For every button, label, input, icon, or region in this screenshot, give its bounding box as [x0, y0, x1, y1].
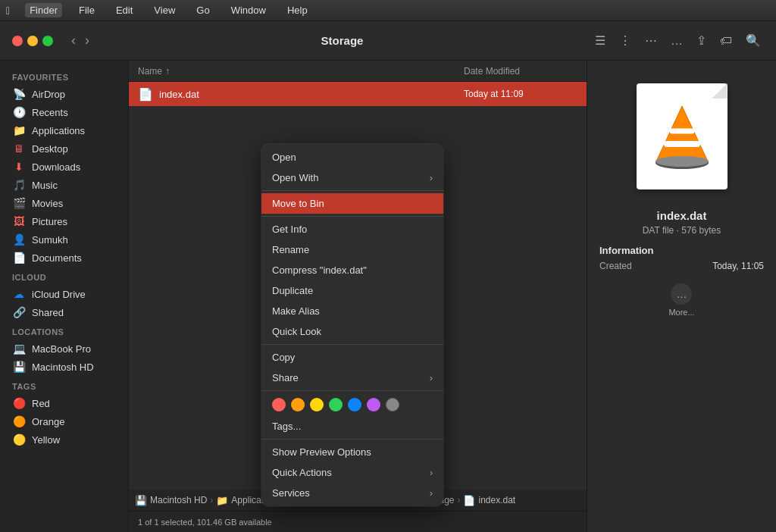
bc-index-dat[interactable]: 📄 index.dat — [463, 495, 515, 506]
share-icon[interactable]: ⇪ — [693, 30, 709, 51]
ctx-tag-orange[interactable] — [291, 398, 305, 412]
sidebar-item-downloads[interactable]: ⬇ Downloads — [3, 158, 125, 176]
ctx-duplicate[interactable]: Duplicate — [261, 280, 443, 301]
traffic-lights — [12, 36, 53, 46]
col-name-label: Name — [138, 66, 162, 77]
svg-point-5 — [656, 156, 709, 167]
tags-label: Tags — [0, 376, 128, 394]
favourites-label: Favourites — [0, 67, 128, 85]
window-title: Storage — [102, 34, 583, 47]
search-icon[interactable]: 🔍 — [743, 30, 764, 51]
ctx-copy[interactable]: Copy — [261, 347, 443, 368]
sidebar-item-macbook-pro[interactable]: 💻 MacBook Pro — [3, 340, 125, 358]
ctx-tag-blue[interactable] — [348, 398, 361, 412]
ctx-tag-yellow[interactable] — [310, 398, 324, 412]
col-date-header[interactable]: Date Modified — [464, 66, 577, 77]
menu-view[interactable]: View — [149, 3, 180, 17]
close-button[interactable] — [12, 36, 23, 46]
column-view-icon[interactable]: ⋮ — [616, 30, 634, 51]
file-date: Today at 11:09 — [464, 89, 577, 99]
minimize-button[interactable] — [27, 36, 38, 46]
fullscreen-button[interactable] — [42, 36, 53, 46]
applications-icon: 📁 — [12, 124, 26, 136]
locations-label: Locations — [0, 321, 128, 340]
ctx-get-info[interactable]: Get Info — [261, 219, 443, 239]
menu-window[interactable]: Window — [227, 3, 271, 17]
bc-applications-icon: 📁 — [216, 495, 228, 506]
menu-file[interactable]: File — [74, 3, 99, 17]
ctx-compress-label: Compress "index.dat" — [272, 264, 433, 276]
nav-buttons: ‹ › — [68, 31, 92, 50]
col-name-sort-icon: ↑ — [165, 66, 170, 77]
ctx-open[interactable]: Open — [261, 147, 443, 167]
ctx-show-preview-options[interactable]: Show Preview Options — [261, 442, 443, 462]
ctx-tag-none[interactable] — [386, 398, 399, 412]
preview-panel: index.dat DAT file · 576 bytes Informati… — [587, 61, 776, 532]
sidebar-item-documents[interactable]: 📄 Documents — [3, 249, 125, 267]
ctx-move-to-bin[interactable]: Move to Bin — [261, 193, 443, 214]
bc-macintosh-hd[interactable]: 💾 Macintosh HD — [135, 495, 207, 506]
preview-filetype: DAT file · 576 bytes — [643, 225, 721, 236]
table-row[interactable]: 📄 index.dat Today at 11:09 — [129, 82, 587, 106]
list-view-icon[interactable]: ☰ — [592, 30, 609, 51]
ctx-quick-look[interactable]: Quick Look — [261, 321, 443, 342]
ctx-share[interactable]: Share › — [261, 368, 443, 388]
main-content: Favourites 📡 AirDrop 🕐 Recents 📁 Applica… — [0, 61, 776, 532]
menu-edit[interactable]: Edit — [111, 3, 137, 17]
menu-bar:  Finder File Edit View Go Window Help — [0, 0, 776, 21]
sidebar-item-sumukh[interactable]: 👤 Sumukh — [3, 230, 125, 249]
ctx-tags[interactable]: Tags... — [261, 416, 443, 437]
more-options-icon[interactable]: … — [668, 31, 686, 51]
ctx-quick-actions[interactable]: Quick Actions › — [261, 462, 443, 483]
forward-button[interactable]: › — [82, 31, 92, 50]
menu-go[interactable]: Go — [192, 3, 214, 17]
sidebar-item-applications[interactable]: 📁 Applications — [3, 121, 125, 139]
menu-finder[interactable]: Finder — [25, 3, 62, 17]
bc-macintosh-hd-icon: 💾 — [135, 495, 147, 506]
ctx-tag-green[interactable] — [329, 398, 343, 412]
sidebar-item-desktop[interactable]: 🖥 Desktop — [3, 139, 125, 158]
ctx-open-with[interactable]: Open With › — [261, 167, 443, 188]
sidebar-applications-label: Applications — [32, 125, 85, 136]
apple-logo-icon[interactable]:  — [6, 5, 10, 17]
grid-view-icon[interactable]: ⋯ — [642, 30, 660, 51]
sidebar-item-tag-orange[interactable]: 🟠 Orange — [3, 412, 125, 430]
shared-icon: 🔗 — [12, 306, 26, 318]
col-name-header[interactable]: Name ↑ — [138, 66, 464, 77]
ctx-tag-red[interactable] — [272, 398, 286, 412]
sidebar-item-macintosh-hd[interactable]: 💾 Macintosh HD — [3, 358, 125, 376]
sidebar-item-icloud-drive[interactable]: ☁ iCloud Drive — [3, 285, 125, 303]
menu-help[interactable]: Help — [283, 3, 312, 17]
sidebar-item-movies[interactable]: 🎬 Movies — [3, 194, 125, 212]
ctx-compress[interactable]: Compress "index.dat" — [261, 260, 443, 280]
ctx-make-alias[interactable]: Make Alias — [261, 301, 443, 321]
tag-orange-icon: 🟠 — [12, 415, 26, 427]
status-bar: 1 of 1 selected, 101.46 GB available — [129, 511, 587, 532]
ctx-rename[interactable]: Rename — [261, 239, 443, 260]
menu-bar-left:  Finder File Edit View Go Window Help — [6, 3, 312, 17]
preview-more-button[interactable]: … More... — [668, 283, 694, 317]
ctx-quick-actions-arrow: › — [430, 468, 433, 478]
tag-icon[interactable]: 🏷 — [717, 31, 735, 51]
icloud-drive-icon: ☁ — [12, 288, 26, 300]
sidebar-item-pictures[interactable]: 🖼 Pictures — [3, 212, 125, 230]
bc-sep-1: › — [210, 495, 213, 505]
ctx-open-label: Open — [272, 152, 433, 163]
sidebar-pictures-label: Pictures — [32, 216, 67, 227]
ctx-services-arrow: › — [430, 488, 433, 499]
sidebar-item-shared[interactable]: 🔗 Shared — [3, 303, 125, 321]
sidebar-tag-red-label: Red — [32, 398, 50, 409]
ctx-quick-look-label: Quick Look — [272, 326, 433, 337]
back-button[interactable]: ‹ — [68, 31, 79, 50]
sidebar-item-tag-yellow[interactable]: 🟡 Yellow — [3, 430, 125, 449]
sidebar-item-music[interactable]: 🎵 Music — [3, 176, 125, 194]
tag-yellow-icon: 🟡 — [12, 433, 26, 446]
sidebar-item-airdrop[interactable]: 📡 AirDrop — [3, 85, 125, 103]
ctx-tag-purple[interactable] — [367, 398, 380, 412]
sidebar-movies-label: Movies — [32, 198, 63, 209]
sidebar-item-recents[interactable]: 🕐 Recents — [3, 103, 125, 121]
preview-info-section-title: Information — [599, 245, 654, 256]
sumukh-icon: 👤 — [12, 233, 26, 246]
sidebar-item-tag-red[interactable]: 🔴 Red — [3, 394, 125, 412]
ctx-services[interactable]: Services › — [261, 483, 443, 503]
